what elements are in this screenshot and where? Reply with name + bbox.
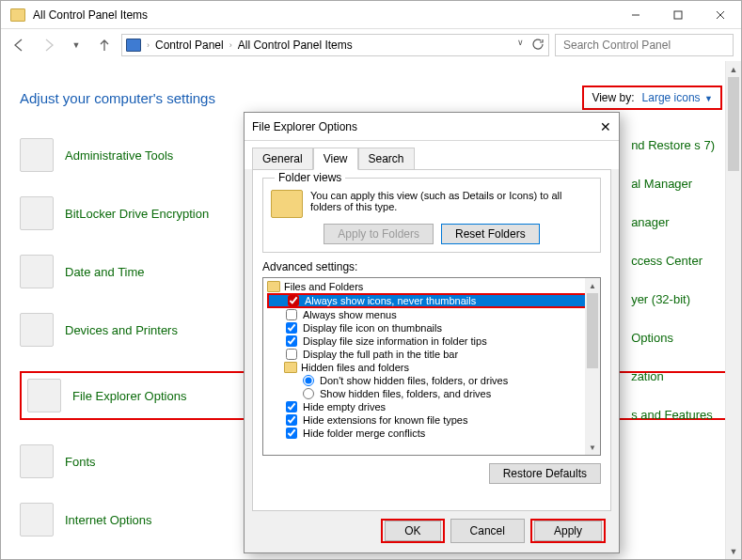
reset-folders-button[interactable]: Reset Folders — [441, 224, 540, 244]
checkbox[interactable] — [286, 349, 297, 360]
tab-general[interactable]: General — [252, 148, 313, 170]
cp-right-col: nd Restore s 7) al Manager anager ccess … — [631, 138, 715, 422]
search-input[interactable] — [561, 38, 727, 53]
dialog-close-button[interactable]: ✕ — [600, 119, 611, 134]
scroll-up-icon[interactable]: ▲ — [585, 278, 600, 293]
lock-icon — [20, 196, 54, 230]
scroll-down-icon[interactable]: ▼ — [726, 543, 741, 559]
advanced-settings-tree[interactable]: Files and Folders Always show icons, nev… — [262, 277, 601, 456]
nav-toolbar: ▼ › Control Panel › All Control Panel It… — [1, 29, 741, 61]
globe-icon — [20, 503, 54, 537]
cp-item-label: Administrative Tools — [65, 148, 173, 163]
apply-to-folders-button: Apply to Folders — [324, 224, 434, 244]
breadcrumb-root[interactable]: Control Panel — [155, 39, 224, 52]
minimize-button[interactable] — [614, 1, 656, 28]
cp-item-partial[interactable]: yer (32-bit) — [631, 292, 715, 306]
dialog-titlebar: File Explorer Options ✕ — [245, 113, 619, 141]
viewby-selector[interactable]: Large icons ▼ — [642, 91, 713, 104]
tree-item-file-size-tips[interactable]: Display file size information in folder … — [267, 334, 596, 348]
file-explorer-options-dialog: File Explorer Options ✕ General View Sea… — [244, 112, 620, 553]
folder-views-group: Folder views You can apply this view (su… — [262, 178, 601, 253]
folder-icon — [267, 281, 280, 292]
tab-view[interactable]: View — [313, 148, 358, 170]
radio[interactable] — [303, 375, 314, 386]
dialog-footer: OK Cancel Apply — [381, 519, 606, 543]
cp-item-partial[interactable]: nd Restore s 7) — [631, 138, 715, 152]
tab-search[interactable]: Search — [358, 148, 415, 170]
scrollbar-vertical[interactable]: ▲ ▼ — [725, 61, 741, 559]
chevron-right-icon: › — [229, 40, 232, 50]
chevron-down-icon: ▼ — [703, 94, 713, 103]
tree-item-hide-merge[interactable]: Hide folder merge conflicts — [267, 427, 596, 440]
cp-item-partial[interactable]: al Manager — [631, 177, 715, 191]
cancel-button[interactable]: Cancel — [450, 519, 525, 543]
titlebar: All Control Panel Items — [1, 1, 741, 29]
tree-folder-root[interactable]: Files and Folders — [267, 280, 596, 293]
checkbox[interactable] — [286, 414, 297, 426]
tree-label: Display file icon on thumbnails — [303, 322, 442, 334]
scroll-up-icon[interactable]: ▲ — [726, 61, 741, 77]
checkbox[interactable] — [286, 401, 297, 412]
viewby-control: View by: Large icons ▼ — [582, 86, 722, 110]
chevron-down-icon[interactable]: ∨ — [517, 38, 524, 54]
refresh-icon[interactable] — [531, 38, 545, 54]
tree-scrollbar[interactable]: ▲ ▼ — [585, 278, 600, 455]
checkbox[interactable] — [286, 428, 297, 439]
checkbox[interactable] — [286, 335, 297, 347]
folder-icon — [10, 8, 25, 22]
addressbar[interactable]: › Control Panel › All Control Panel Item… — [121, 34, 549, 56]
tools-icon — [20, 138, 54, 172]
breadcrumb-current[interactable]: All Control Panel Items — [238, 39, 353, 52]
radio[interactable] — [303, 388, 314, 399]
restore-defaults-button[interactable]: Restore Defaults — [489, 463, 601, 484]
apply-button[interactable]: Apply — [534, 521, 602, 541]
scroll-thumb[interactable] — [728, 77, 739, 171]
monitor-icon — [126, 39, 141, 52]
printer-icon — [20, 313, 54, 347]
up-button[interactable] — [93, 34, 116, 56]
ok-button[interactable]: OK — [385, 521, 440, 541]
cp-item-label: Devices and Printers — [65, 323, 178, 337]
tree-label: Files and Folders — [284, 281, 363, 292]
checkbox[interactable] — [286, 322, 297, 334]
tree-item-hide-empty[interactable]: Hide empty drives — [267, 400, 596, 413]
checkbox[interactable] — [288, 295, 299, 306]
tree-item-hide-extensions[interactable]: Hide extensions for known file types — [267, 413, 596, 427]
tree-label: Don't show hidden files, folders, or dri… — [320, 375, 508, 386]
tree-folder-hidden[interactable]: Hidden files and folders — [267, 361, 596, 374]
cp-item-label: Date and Time — [65, 265, 145, 279]
close-button[interactable] — [699, 1, 741, 28]
cp-item-partial[interactable]: Options — [631, 331, 715, 345]
dialog-title: File Explorer Options — [252, 120, 357, 133]
cp-item-partial[interactable]: ccess Center — [631, 254, 715, 268]
scroll-down-icon[interactable]: ▼ — [585, 440, 600, 455]
tree-label: Display the full path in the title bar — [303, 349, 458, 360]
back-button[interactable] — [8, 34, 31, 56]
clock-icon — [20, 255, 54, 288]
scroll-thumb[interactable] — [587, 293, 598, 368]
maximize-button[interactable] — [656, 1, 699, 28]
cp-item-partial[interactable]: s and Features — [631, 408, 715, 422]
forward-button[interactable] — [37, 34, 59, 56]
tree-item-file-icon-thumbs[interactable]: Display file icon on thumbnails — [267, 321, 596, 334]
page-title: Adjust your computer's settings — [20, 90, 215, 106]
search-box[interactable] — [555, 34, 734, 56]
tree-item-always-menus[interactable]: Always show menus — [267, 308, 596, 321]
fonts-icon — [20, 444, 54, 478]
tree-item-show-hidden[interactable]: Show hidden files, folders, and drives — [267, 387, 596, 400]
cp-item-partial[interactable]: zation — [631, 369, 715, 383]
tree-item-always-icons[interactable]: Always show icons, never thumbnails — [267, 293, 596, 308]
tree-item-dont-show-hidden[interactable]: Don't show hidden files, folders, or dri… — [267, 374, 596, 387]
tree-label: Hidden files and folders — [301, 362, 409, 373]
cp-item-partial[interactable]: anager — [631, 215, 715, 229]
tree-label: Show hidden files, folders, and drives — [320, 388, 491, 399]
window-title: All Control Panel Items — [33, 8, 148, 22]
group-title: Folder views — [275, 171, 345, 184]
history-dropdown[interactable]: ▼ — [65, 34, 87, 56]
tree-item-full-path-title[interactable]: Display the full path in the title bar — [267, 348, 596, 361]
viewby-value: Large icons — [642, 91, 701, 104]
control-panel-window: All Control Panel Items ▼ › Control Pane… — [0, 0, 742, 560]
checkbox[interactable] — [286, 309, 297, 320]
svg-rect-1 — [674, 11, 682, 19]
tab-body: Folder views You can apply this view (su… — [252, 169, 611, 511]
